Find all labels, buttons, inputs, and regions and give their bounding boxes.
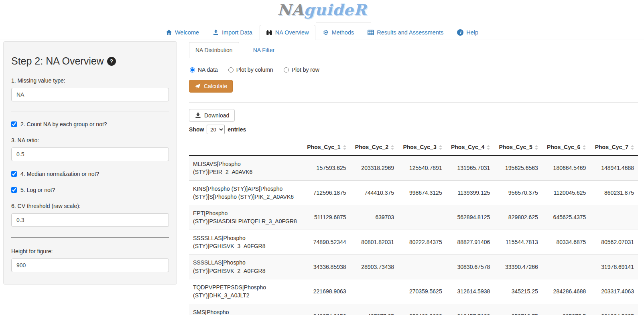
cell-value: 352716.75 [494,304,542,315]
column-header[interactable]: Phos_Cyc_3 [398,140,446,155]
column-header[interactable]: Phos_Cyc_6 [542,140,590,155]
table-row: TQDPVPPETPSDS[Phospho (STY)]DHK_3_A0JLT2… [189,279,638,304]
cell-value: 221698.9063 [302,279,350,304]
cell-value: 270359.5625 [398,279,446,304]
tab-na-distribution[interactable]: NA Distribution [189,42,239,58]
sort-icon [487,145,490,150]
sidebar-title: Step 2: NA Overview ? [11,55,169,67]
cell-value: 285275.5 [542,304,590,315]
cell-value: 345215.25 [494,279,542,304]
cell-value: 860231.875 [590,180,638,205]
cell-value: 115544.7813 [494,230,542,254]
cell-value: 131965.7031 [446,155,494,180]
upload-icon [213,29,219,36]
nav-tab-results[interactable]: Results and Assessments [361,25,450,40]
row-name: SMS[Phospho (STY)]VDLSHIPLKDPLLFK_3_A0JN… [189,304,302,315]
nav-tab-welcome[interactable]: Welcome [159,25,205,40]
radio-label: NA data [198,67,218,73]
cell-value: 316457.7188 [446,304,494,315]
count-na-checkbox[interactable] [11,121,17,127]
cell-value [542,254,590,279]
cell-value [398,254,446,279]
cell-value: 195625.6563 [494,155,542,180]
nav-tab-label: Methods [332,29,354,36]
cell-value: 645625.4375 [542,205,590,230]
info-circle-icon: i [457,29,463,36]
sort-icon [631,145,634,150]
cell-value: 34336.85938 [302,254,350,279]
home-icon [166,29,172,36]
cell-value: 203317.4063 [590,279,638,304]
cell-value [398,205,446,230]
question-circle-icon[interactable]: ? [107,57,116,66]
main-panel: NA Distribution NA Filter NA data Plot b… [189,41,638,315]
cell-value: 33390.47266 [494,254,542,279]
cv-threshold-input[interactable] [11,213,169,227]
row-name: TQDPVPPETPSDS[Phospho (STY)]DHK_3_A0JLT2 [189,279,302,304]
median-normalization-checkbox[interactable] [11,171,17,177]
column-header-label: Phos_Cyc_2 [355,144,388,150]
rowname-column-header[interactable] [189,140,302,155]
column-header[interactable]: Phos_Cyc_7 [590,140,638,155]
plot-type-radio-group: NA data Plot by column Plot by row [190,67,638,73]
radio-plot-by-row-input[interactable] [284,67,289,73]
cell-value [590,205,638,230]
count-na-label: 2. Count NA by each group or not? [20,121,107,127]
nav-tab-na-overview[interactable]: NA Overview [260,25,315,40]
app-logo: NAguideR [277,2,367,18]
na-ratio-input[interactable] [11,147,169,161]
table-row: SSSSLLAS[Phospho (STY)]PGHISVK_3_A0FGR87… [189,230,638,254]
cv-threshold-label: 6. CV threshold (raw scale): [11,203,169,209]
radio-plot-by-row[interactable]: Plot by row [284,67,319,73]
missing-value-input[interactable] [11,88,169,101]
cell-value: 80334.6875 [542,230,590,254]
figure-height-input[interactable] [11,258,169,272]
row-name: MLISAVS[Phospho (STY)]PEIR_2_A0AVK6 [189,155,302,180]
main-nav: Welcome Import Data NA Overview Methods [0,23,644,40]
app-header: NAguideR [0,0,644,23]
column-header[interactable]: Phos_Cyc_2 [350,140,398,155]
column-header[interactable]: Phos_Cyc_4 [446,140,494,155]
show-label: Show [189,126,204,133]
calculate-button[interactable]: Calculate [189,80,233,93]
paper-plane-icon [195,83,201,89]
sidebar-title-text: Step 2: NA Overview [11,55,104,67]
nav-tab-help[interactable]: i Help [451,25,485,40]
logo-underline [316,22,371,22]
log-checkbox[interactable] [11,187,17,193]
radio-na-data-input[interactable] [190,67,195,73]
nav-tab-label: Welcome [175,29,199,36]
na-ratio-label: 3. NA ratio: [11,137,169,143]
cell-value: 998674.3125 [398,180,446,205]
radio-plot-by-column-input[interactable] [228,67,234,73]
cell-value: 30830.67578 [446,254,494,279]
sort-icon [391,145,394,150]
sub-nav: NA Distribution NA Filter [189,42,638,58]
radio-plot-by-column[interactable]: Plot by column [228,67,273,73]
tab-na-filter[interactable]: NA Filter [239,42,289,58]
table-header-row: Phos_Cyc_1Phos_Cyc_2Phos_Cyc_3Phos_Cyc_4… [189,140,638,155]
column-header[interactable]: Phos_Cyc_5 [494,140,542,155]
table-icon [368,29,374,36]
sort-icon [439,145,442,150]
nav-tab-import-data[interactable]: Import Data [206,25,259,40]
download-icon [195,112,201,119]
row-name: KINS[Phospho (STY)]APS[Phospho (STY)]S[P… [189,180,302,205]
entries-select[interactable]: 20 [207,125,225,134]
gears-icon [323,29,329,36]
sort-icon [583,145,586,150]
download-button[interactable]: Download [189,109,235,122]
table-row: EPT[Phospho (STY)]PSIASDISLPIATQELR_3_A0… [189,205,638,230]
nav-tab-methods[interactable]: Methods [316,25,361,40]
cell-value: 125540.7891 [398,155,446,180]
cell-value: 562894.8125 [446,205,494,230]
divider [189,102,638,103]
table-row: KINS[Phospho (STY)]APS[Phospho (STY)]S[P… [189,180,638,205]
radio-na-data[interactable]: NA data [190,67,218,73]
column-header-label: Phos_Cyc_6 [547,144,580,150]
cell-value: 358460.9688 [398,304,446,315]
column-header-label: Phos_Cyc_5 [499,144,532,150]
column-header[interactable]: Phos_Cyc_1 [302,140,350,155]
cell-value: 148941.4688 [590,155,638,180]
missing-value-label: 1. Missing value type: [11,77,169,84]
